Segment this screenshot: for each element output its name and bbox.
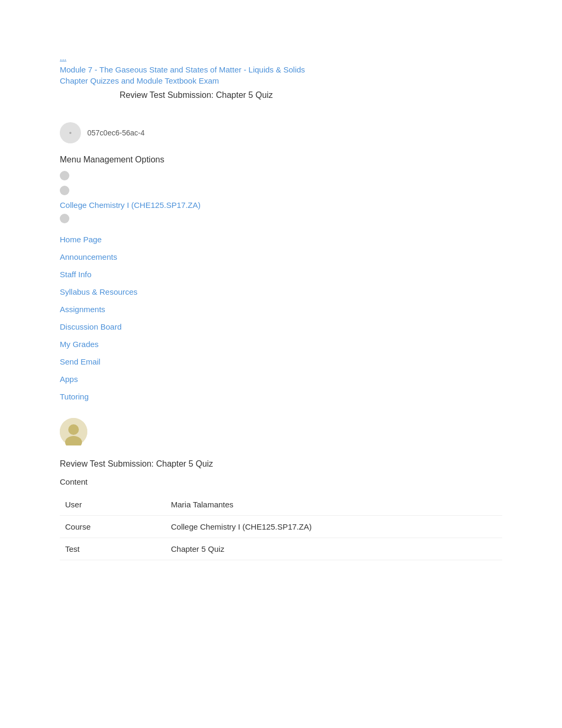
table-row-user: User Maria Talamantes xyxy=(60,494,502,516)
nav-link-syllabus-resources[interactable]: Syllabus & Resources xyxy=(60,284,502,299)
avatar: ● xyxy=(60,122,81,143)
table-value-course: College Chemistry I (CHE125.SP17.ZA) xyxy=(166,516,502,538)
table-label-course: Course xyxy=(60,516,166,538)
page-heading: Review Test Submission: Chapter 5 Quiz xyxy=(60,87,502,103)
nav-link-home-page[interactable]: Home Page xyxy=(60,232,502,247)
nav-dots-row-1 xyxy=(60,171,502,180)
table-row-course: Course College Chemistry I (CHE125.SP17.… xyxy=(60,516,502,538)
dot-icon-1 xyxy=(60,171,69,180)
nav-link-send-email[interactable]: Send Email xyxy=(60,354,502,369)
table-label-user: User xyxy=(60,494,166,516)
content-section: Review Test Submission: Chapter 5 Quiz C… xyxy=(0,459,562,560)
menu-management-title: Menu Management Options xyxy=(0,151,562,171)
nav-dots-row-2 xyxy=(60,186,502,195)
breadcrumb-ellipsis[interactable]: ... xyxy=(60,53,502,62)
nav-link-discussion-board[interactable]: Discussion Board xyxy=(60,319,502,334)
large-avatar-section xyxy=(0,413,562,451)
table-value-user: Maria Talamantes xyxy=(166,494,502,516)
course-title-link[interactable]: College Chemistry I (CHE125.SP17.ZA) xyxy=(60,201,502,210)
nav-link-apps[interactable]: Apps xyxy=(60,371,502,387)
nav-link-my-grades[interactable]: My Grades xyxy=(60,336,502,352)
breadcrumb-area: ... Module 7 - The Gaseous State and Sta… xyxy=(0,11,562,117)
breadcrumb-chapter-link[interactable]: Chapter Quizzes and Module Textbook Exam xyxy=(60,76,502,85)
nav-section: College Chemistry I (CHE125.SP17.ZA) Hom… xyxy=(0,171,562,404)
review-heading: Review Test Submission: Chapter 5 Quiz xyxy=(60,459,502,469)
table-label-test: Test xyxy=(60,538,166,560)
table-row-test: Test Chapter 5 Quiz xyxy=(60,538,502,560)
avatar-id-text: 057c0ec6-56ac-4 xyxy=(87,129,144,137)
table-value-test: Chapter 5 Quiz xyxy=(166,538,502,560)
nav-links: Home Page Announcements Staff Info Sylla… xyxy=(60,232,502,404)
nav-arrow-dot xyxy=(60,214,69,223)
page-container: ... Module 7 - The Gaseous State and Sta… xyxy=(0,0,562,560)
nav-link-tutoring[interactable]: Tutoring xyxy=(60,389,502,404)
avatar-svg xyxy=(60,418,87,445)
svg-point-1 xyxy=(68,424,79,435)
avatar-section: ● 057c0ec6-56ac-4 xyxy=(0,117,562,149)
nav-arrow-row xyxy=(60,214,502,225)
nav-link-staff-info[interactable]: Staff Info xyxy=(60,267,502,282)
nav-link-assignments[interactable]: Assignments xyxy=(60,302,502,317)
dot-icon-2 xyxy=(60,186,69,195)
nav-link-announcements[interactable]: Announcements xyxy=(60,249,502,265)
content-table: User Maria Talamantes Course College Che… xyxy=(60,494,502,560)
large-avatar xyxy=(60,418,87,445)
content-label: Content xyxy=(60,477,502,486)
breadcrumb-module-link[interactable]: Module 7 - The Gaseous State and States … xyxy=(60,65,502,74)
